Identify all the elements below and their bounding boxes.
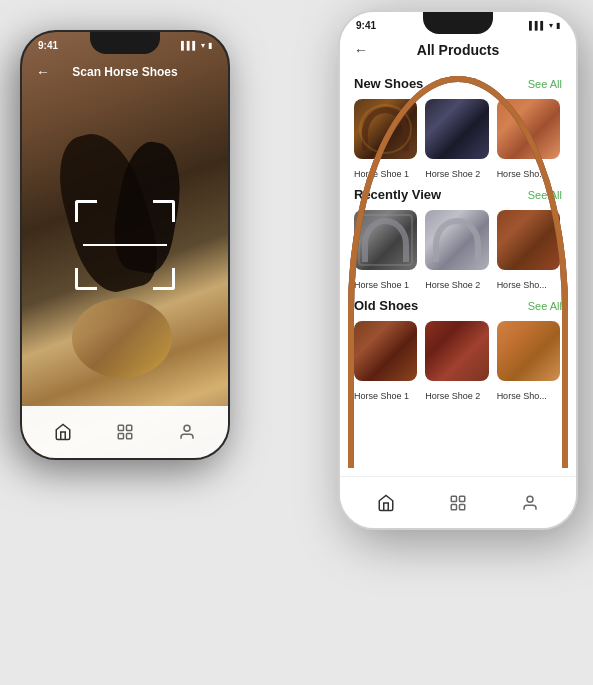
right-status-bar: 9:41 ▌▌▌ ▾ ▮ <box>340 16 576 34</box>
svg-rect-8 <box>460 504 465 509</box>
svg-point-4 <box>184 425 190 431</box>
svg-rect-3 <box>127 434 132 439</box>
left-time: 9:41 <box>38 40 58 51</box>
left-bottom-nav <box>22 406 228 458</box>
svg-rect-1 <box>127 425 132 430</box>
scan-corner-br <box>153 268 175 290</box>
left-status-bar: 9:41 ▌▌▌ ▾ ▮ <box>22 36 228 54</box>
left-page-title: Scan Horse Shoes <box>72 65 177 79</box>
left-nav-home[interactable] <box>52 421 74 443</box>
svg-rect-5 <box>451 496 456 501</box>
right-nav-profile[interactable] <box>519 492 541 514</box>
scan-corner-tr <box>153 200 175 222</box>
right-header: ← All Products <box>340 32 576 68</box>
svg-rect-0 <box>118 425 123 430</box>
left-nav-scan[interactable] <box>114 421 136 443</box>
left-wifi-icon: ▾ <box>201 41 205 50</box>
new-shoes-title: New Shoes <box>354 76 423 91</box>
scan-corner-tl <box>75 200 97 222</box>
scan-corner-bl <box>75 268 97 290</box>
left-header: ← Scan Horse Shoes <box>22 54 228 90</box>
right-status-icons: ▌▌▌ ▾ ▮ <box>529 21 560 30</box>
left-back-button[interactable]: ← <box>36 64 50 80</box>
svg-point-9 <box>527 496 533 502</box>
scan-line <box>83 244 167 246</box>
right-phone: 9:41 ▌▌▌ ▾ ▮ ← All Products New Shoes Se… <box>338 10 578 530</box>
right-nav-home[interactable] <box>375 492 397 514</box>
svg-rect-6 <box>460 496 465 501</box>
right-back-button[interactable]: ← <box>354 42 368 58</box>
products-scroll: New Shoes See All Horse Shoe 1 Horse Sho… <box>340 68 576 476</box>
left-signal-icon: ▌▌▌ <box>181 41 198 50</box>
hoof-wood-base <box>72 298 172 378</box>
scan-frame <box>75 200 175 290</box>
left-status-icons: ▌▌▌ ▾ ▮ <box>181 41 212 50</box>
right-battery-icon: ▮ <box>556 21 560 30</box>
left-battery-icon: ▮ <box>208 41 212 50</box>
svg-rect-2 <box>118 434 123 439</box>
right-time: 9:41 <box>356 20 376 31</box>
right-wifi-icon: ▾ <box>549 21 553 30</box>
old-shoe-3-image <box>497 321 560 381</box>
svg-rect-7 <box>451 504 456 509</box>
right-signal-icon: ▌▌▌ <box>529 21 546 30</box>
old-shoes-row: Horse Shoe 1 Horse Shoe 2 Horse Sho... <box>354 321 562 403</box>
right-nav-scan[interactable] <box>447 492 469 514</box>
left-phone: 9:41 ▌▌▌ ▾ ▮ ← Scan Horse Shoes <box>20 30 230 460</box>
horseshoe-old-3 <box>497 321 560 381</box>
old-shoe-3[interactable]: Horse Sho... <box>497 321 560 403</box>
new-shoes-see-all[interactable]: See All <box>528 78 562 90</box>
right-page-title: All Products <box>417 42 499 58</box>
right-content: ← All Products New Shoes See All Horse S… <box>340 12 576 476</box>
right-bottom-nav <box>340 476 576 528</box>
left-nav-profile[interactable] <box>176 421 198 443</box>
